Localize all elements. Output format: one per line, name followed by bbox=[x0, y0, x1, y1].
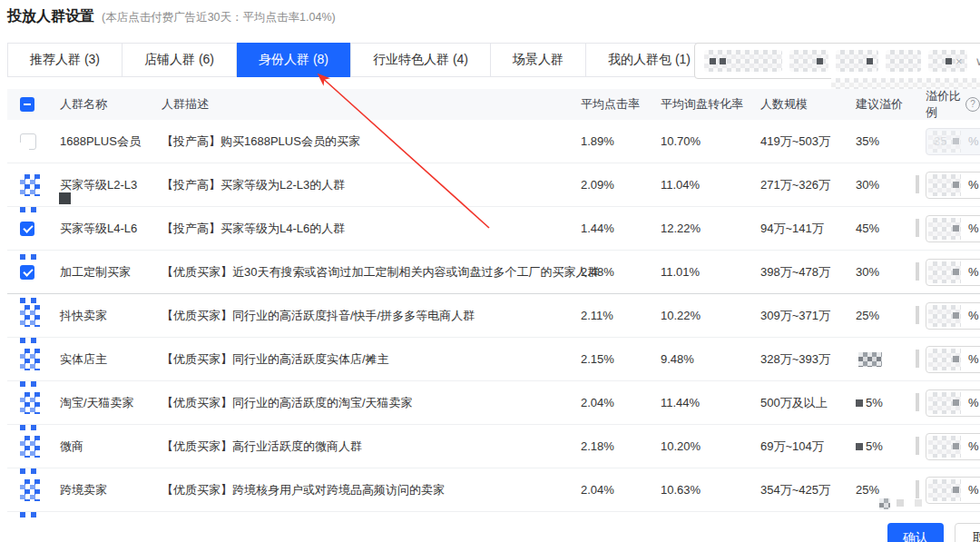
premium-ratio-input[interactable]: % bbox=[926, 128, 980, 155]
audience-desc: 【优质买家】同行业的高活跃度抖音/快手/拼多多等电商人群 bbox=[143, 308, 581, 324]
mosaic-censor bbox=[20, 468, 25, 474]
suggested-premium-value: 30% bbox=[856, 178, 924, 192]
header-avg-inquiry-rate: 平均询盘转化率 bbox=[661, 96, 760, 113]
row-checkbox[interactable] bbox=[20, 174, 40, 196]
audience-name: 买家等级L4-L6 bbox=[42, 221, 143, 237]
audience-scale-value: 500万及以上 bbox=[760, 395, 856, 411]
avg-ctr-value: 2.04% bbox=[581, 396, 661, 409]
avg-ctr-value: 2.09% bbox=[581, 178, 661, 192]
premium-ratio-input[interactable]: % bbox=[926, 215, 980, 242]
row-checkbox[interactable] bbox=[20, 392, 40, 414]
premium-ratio-input[interactable]: % bbox=[926, 389, 980, 417]
mosaic-censor bbox=[928, 305, 961, 327]
page-title: 投放人群设置 bbox=[7, 7, 94, 26]
avg-ctr-value: 2.15% bbox=[581, 352, 661, 366]
tab-my-audience-package[interactable]: 我的人群包 (1) bbox=[585, 44, 712, 76]
tab-industry-audience[interactable]: 行业特色人群 (4) bbox=[350, 44, 490, 76]
avg-ctr-value: 2.11% bbox=[581, 309, 661, 322]
suggested-premium-value: 35% bbox=[856, 134, 924, 148]
avg-ctr-value: 1.44% bbox=[581, 222, 661, 235]
table-row: 淘宝/天猫卖家 【优质买家】同行业的高活跃度的淘宝/天猫卖家 2.04% 11.… bbox=[7, 381, 980, 425]
audience-scale-value: 69万~104万 bbox=[760, 439, 856, 455]
audience-scale-value: 309万~371万 bbox=[760, 308, 856, 324]
avg-inquiry-value: 12.22% bbox=[661, 222, 760, 235]
premium-ratio-input[interactable]: % bbox=[926, 172, 980, 199]
suggested-premium-value: 5% bbox=[856, 439, 924, 453]
header-premium-ratio: 溢价比例? bbox=[926, 88, 980, 121]
tab-identity-audience[interactable]: 身份人群 (8) bbox=[236, 43, 350, 77]
mosaic-censor bbox=[20, 381, 25, 387]
row-checkbox[interactable] bbox=[20, 479, 40, 501]
premium-ratio-input[interactable]: % bbox=[926, 477, 980, 504]
masked-tag bbox=[886, 50, 920, 72]
row-checkbox[interactable] bbox=[20, 265, 34, 280]
premium-ratio-input[interactable]: % bbox=[926, 346, 980, 373]
row-checkbox[interactable] bbox=[20, 436, 40, 458]
audience-scale-value: 328万~393万 bbox=[760, 351, 856, 368]
audience-name: 微商 bbox=[42, 439, 143, 455]
table-row: 买家等级L4-L6 【投产高】买家等级为L4-L6的人群 1.44% 12.22… bbox=[7, 207, 980, 251]
percent-suffix: % bbox=[968, 483, 979, 497]
audience-name: 实体店主 bbox=[42, 351, 143, 368]
avg-inquiry-value: 11.04% bbox=[661, 178, 760, 192]
audience-desc: 【投产高】买家等级为L4-L6的人群 bbox=[143, 221, 581, 237]
select-all-checkbox[interactable] bbox=[20, 97, 34, 112]
row-checkbox[interactable] bbox=[20, 133, 36, 150]
table-row: 1688PLUS会员 【投产高】购买1688PLUS会员的买家 1.89% 10… bbox=[7, 120, 980, 163]
chevron-down-icon[interactable]: ∨ bbox=[975, 54, 980, 68]
tag-clear-icon[interactable]: × bbox=[956, 55, 963, 67]
tab-recommended-audience[interactable]: 推荐人群 (3) bbox=[8, 44, 122, 76]
mosaic-censor bbox=[928, 174, 961, 196]
audience-desc: 【优质买家】同行业的高活跃度的淘宝/天猫卖家 bbox=[143, 395, 581, 411]
premium-ratio-input[interactable]: % bbox=[926, 433, 980, 460]
mosaic-censor bbox=[928, 218, 961, 240]
table-row: 实体店主 【优质买家】同行业的高活跃度实体店/摊主 2.15% 9.48% 32… bbox=[7, 338, 980, 381]
header-audience-scale: 人数规模 bbox=[760, 96, 856, 113]
confirm-button[interactable]: 确认 bbox=[887, 523, 944, 542]
avg-inquiry-value: 10.63% bbox=[661, 483, 760, 497]
avg-inquiry-value: 10.70% bbox=[661, 134, 760, 148]
audience-name: 买家等级L2-L3 bbox=[42, 177, 143, 193]
avg-ctr-value: 1.89% bbox=[581, 134, 661, 148]
mosaic-censor bbox=[856, 399, 863, 407]
info-icon[interactable]: ? bbox=[965, 97, 980, 112]
suggested-premium-value: 30% bbox=[856, 265, 924, 279]
table-header-row: 人群名称 人群描述 平均点击率 平均询盘转化率 人数规模 建议溢价 溢价比例? bbox=[7, 89, 980, 120]
suggested-premium-value: 25% bbox=[856, 483, 924, 497]
audience-package-select[interactable]: × ∨ bbox=[694, 43, 980, 79]
avg-ctr-value: 2.48% bbox=[581, 265, 661, 279]
title-row: 投放人群设置 (本店点击付费广告近30天：平均点击率1.04%) bbox=[7, 7, 336, 26]
mosaic-censor bbox=[858, 352, 882, 367]
row-checkbox[interactable] bbox=[20, 305, 40, 327]
audience-name: 跨境卖家 bbox=[42, 482, 143, 498]
table-row: 跨境卖家 【优质买家】跨境核身用户或对跨境品高频访问的卖家 2.04% 10.6… bbox=[7, 468, 980, 512]
premium-ratio-input[interactable]: % bbox=[926, 259, 980, 286]
percent-suffix: % bbox=[968, 265, 979, 279]
audience-scale-value: 354万~425万 bbox=[760, 482, 856, 498]
avg-inquiry-value: 10.20% bbox=[661, 439, 760, 453]
percent-suffix: % bbox=[968, 309, 979, 322]
cancel-button[interactable]: 取消 bbox=[955, 523, 980, 542]
percent-suffix: % bbox=[968, 178, 979, 192]
premium-ratio-input[interactable]: % bbox=[926, 302, 980, 330]
tab-shop-audience[interactable]: 店铺人群 (6) bbox=[122, 44, 236, 76]
table-row: 微商 【优质买家】高行业活跃度的微商人群 2.18% 10.20% 69万~10… bbox=[7, 425, 980, 468]
percent-suffix: % bbox=[968, 222, 979, 235]
table-row: 抖快卖家 【优质买家】同行业的高活跃度抖音/快手/拼多多等电商人群 2.11% … bbox=[7, 294, 980, 338]
row-checkbox[interactable] bbox=[20, 222, 34, 236]
percent-suffix: % bbox=[968, 352, 979, 366]
audience-table: 人群名称 人群描述 平均点击率 平均询盘转化率 人数规模 建议溢价 溢价比例? … bbox=[7, 89, 980, 512]
mosaic-censor bbox=[879, 498, 890, 509]
audience-desc: 【投产高】购买1688PLUS会员的买家 bbox=[143, 133, 581, 150]
mosaic-censor bbox=[928, 349, 961, 370]
avg-inquiry-value: 9.48% bbox=[661, 352, 760, 366]
percent-suffix: % bbox=[968, 396, 979, 409]
mosaic-censor bbox=[928, 436, 961, 458]
tab-scene-audience[interactable]: 场景人群 bbox=[490, 44, 585, 76]
avg-ctr-value: 2.18% bbox=[581, 439, 661, 453]
row-checkbox[interactable] bbox=[20, 349, 40, 370]
avg-inquiry-value: 11.01% bbox=[661, 265, 760, 279]
masked-tag bbox=[836, 50, 878, 72]
mosaic-censor bbox=[20, 338, 25, 343]
audience-desc: 【优质买家】近30天有搜索或咨询过加工定制相关内容或询盘过多个工厂的买家人群 bbox=[143, 264, 581, 281]
